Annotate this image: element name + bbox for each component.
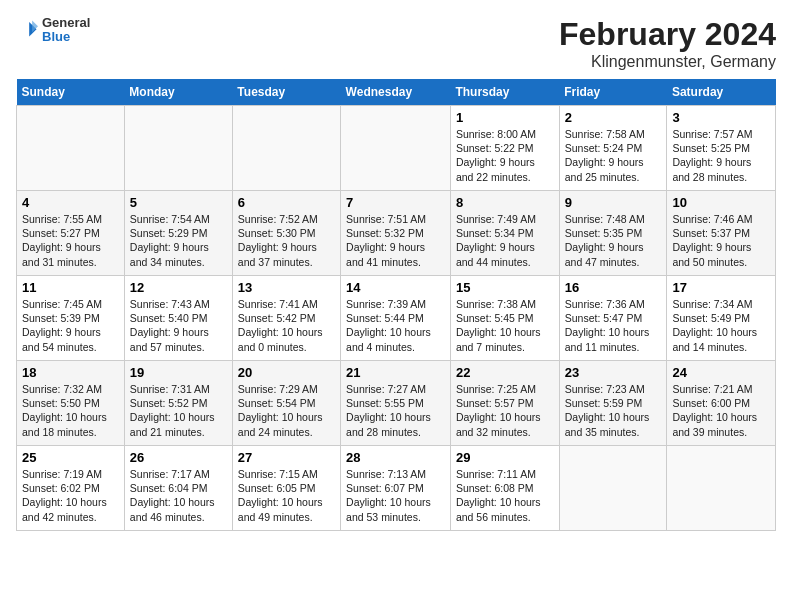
day-number: 10 bbox=[672, 195, 770, 210]
calendar-cell bbox=[124, 106, 232, 191]
day-info: Sunrise: 7:55 AM Sunset: 5:27 PM Dayligh… bbox=[22, 212, 119, 269]
day-info: Sunrise: 7:43 AM Sunset: 5:40 PM Dayligh… bbox=[130, 297, 227, 354]
day-number: 4 bbox=[22, 195, 119, 210]
calendar-cell: 14Sunrise: 7:39 AM Sunset: 5:44 PM Dayli… bbox=[341, 276, 451, 361]
day-number: 26 bbox=[130, 450, 227, 465]
calendar-cell: 15Sunrise: 7:38 AM Sunset: 5:45 PM Dayli… bbox=[450, 276, 559, 361]
calendar-cell: 11Sunrise: 7:45 AM Sunset: 5:39 PM Dayli… bbox=[17, 276, 125, 361]
day-info: Sunrise: 7:54 AM Sunset: 5:29 PM Dayligh… bbox=[130, 212, 227, 269]
calendar-cell: 23Sunrise: 7:23 AM Sunset: 5:59 PM Dayli… bbox=[559, 361, 667, 446]
day-of-week-friday: Friday bbox=[559, 79, 667, 106]
calendar-cell: 19Sunrise: 7:31 AM Sunset: 5:52 PM Dayli… bbox=[124, 361, 232, 446]
calendar-cell bbox=[559, 446, 667, 531]
day-info: Sunrise: 7:25 AM Sunset: 5:57 PM Dayligh… bbox=[456, 382, 554, 439]
day-info: Sunrise: 7:41 AM Sunset: 5:42 PM Dayligh… bbox=[238, 297, 335, 354]
day-info: Sunrise: 7:57 AM Sunset: 5:25 PM Dayligh… bbox=[672, 127, 770, 184]
calendar-cell: 18Sunrise: 7:32 AM Sunset: 5:50 PM Dayli… bbox=[17, 361, 125, 446]
day-of-week-saturday: Saturday bbox=[667, 79, 776, 106]
calendar-week-row: 11Sunrise: 7:45 AM Sunset: 5:39 PM Dayli… bbox=[17, 276, 776, 361]
day-number: 25 bbox=[22, 450, 119, 465]
calendar-cell: 4Sunrise: 7:55 AM Sunset: 5:27 PM Daylig… bbox=[17, 191, 125, 276]
day-number: 14 bbox=[346, 280, 445, 295]
day-info: Sunrise: 7:52 AM Sunset: 5:30 PM Dayligh… bbox=[238, 212, 335, 269]
day-of-week-sunday: Sunday bbox=[17, 79, 125, 106]
calendar-cell: 25Sunrise: 7:19 AM Sunset: 6:02 PM Dayli… bbox=[17, 446, 125, 531]
day-info: Sunrise: 7:49 AM Sunset: 5:34 PM Dayligh… bbox=[456, 212, 554, 269]
calendar-cell bbox=[667, 446, 776, 531]
day-info: Sunrise: 7:39 AM Sunset: 5:44 PM Dayligh… bbox=[346, 297, 445, 354]
day-number: 16 bbox=[565, 280, 662, 295]
title-block: February 2024 Klingenmunster, Germany bbox=[559, 16, 776, 71]
calendar-cell bbox=[341, 106, 451, 191]
day-info: Sunrise: 7:21 AM Sunset: 6:00 PM Dayligh… bbox=[672, 382, 770, 439]
calendar-cell: 20Sunrise: 7:29 AM Sunset: 5:54 PM Dayli… bbox=[232, 361, 340, 446]
day-info: Sunrise: 7:48 AM Sunset: 5:35 PM Dayligh… bbox=[565, 212, 662, 269]
calendar-cell: 9Sunrise: 7:48 AM Sunset: 5:35 PM Daylig… bbox=[559, 191, 667, 276]
calendar-cell: 8Sunrise: 7:49 AM Sunset: 5:34 PM Daylig… bbox=[450, 191, 559, 276]
calendar-cell: 17Sunrise: 7:34 AM Sunset: 5:49 PM Dayli… bbox=[667, 276, 776, 361]
calendar-week-row: 25Sunrise: 7:19 AM Sunset: 6:02 PM Dayli… bbox=[17, 446, 776, 531]
calendar-cell: 26Sunrise: 7:17 AM Sunset: 6:04 PM Dayli… bbox=[124, 446, 232, 531]
day-number: 11 bbox=[22, 280, 119, 295]
day-info: Sunrise: 8:00 AM Sunset: 5:22 PM Dayligh… bbox=[456, 127, 554, 184]
day-info: Sunrise: 7:15 AM Sunset: 6:05 PM Dayligh… bbox=[238, 467, 335, 524]
calendar-cell: 1Sunrise: 8:00 AM Sunset: 5:22 PM Daylig… bbox=[450, 106, 559, 191]
day-number: 21 bbox=[346, 365, 445, 380]
calendar-cell bbox=[17, 106, 125, 191]
day-info: Sunrise: 7:32 AM Sunset: 5:50 PM Dayligh… bbox=[22, 382, 119, 439]
calendar-cell bbox=[232, 106, 340, 191]
day-number: 1 bbox=[456, 110, 554, 125]
day-info: Sunrise: 7:11 AM Sunset: 6:08 PM Dayligh… bbox=[456, 467, 554, 524]
day-number: 27 bbox=[238, 450, 335, 465]
day-number: 13 bbox=[238, 280, 335, 295]
calendar-title: February 2024 bbox=[559, 16, 776, 53]
day-info: Sunrise: 7:36 AM Sunset: 5:47 PM Dayligh… bbox=[565, 297, 662, 354]
day-number: 15 bbox=[456, 280, 554, 295]
day-number: 5 bbox=[130, 195, 227, 210]
calendar-cell: 21Sunrise: 7:27 AM Sunset: 5:55 PM Dayli… bbox=[341, 361, 451, 446]
calendar-table: SundayMondayTuesdayWednesdayThursdayFrid… bbox=[16, 79, 776, 531]
calendar-week-row: 4Sunrise: 7:55 AM Sunset: 5:27 PM Daylig… bbox=[17, 191, 776, 276]
calendar-subtitle: Klingenmunster, Germany bbox=[559, 53, 776, 71]
day-number: 24 bbox=[672, 365, 770, 380]
calendar-week-row: 1Sunrise: 8:00 AM Sunset: 5:22 PM Daylig… bbox=[17, 106, 776, 191]
day-number: 7 bbox=[346, 195, 445, 210]
day-info: Sunrise: 7:58 AM Sunset: 5:24 PM Dayligh… bbox=[565, 127, 662, 184]
calendar-week-row: 18Sunrise: 7:32 AM Sunset: 5:50 PM Dayli… bbox=[17, 361, 776, 446]
calendar-cell: 6Sunrise: 7:52 AM Sunset: 5:30 PM Daylig… bbox=[232, 191, 340, 276]
day-number: 6 bbox=[238, 195, 335, 210]
day-number: 12 bbox=[130, 280, 227, 295]
calendar-header-row: SundayMondayTuesdayWednesdayThursdayFrid… bbox=[17, 79, 776, 106]
calendar-cell: 12Sunrise: 7:43 AM Sunset: 5:40 PM Dayli… bbox=[124, 276, 232, 361]
day-number: 2 bbox=[565, 110, 662, 125]
day-info: Sunrise: 7:46 AM Sunset: 5:37 PM Dayligh… bbox=[672, 212, 770, 269]
day-info: Sunrise: 7:45 AM Sunset: 5:39 PM Dayligh… bbox=[22, 297, 119, 354]
calendar-cell: 27Sunrise: 7:15 AM Sunset: 6:05 PM Dayli… bbox=[232, 446, 340, 531]
day-info: Sunrise: 7:23 AM Sunset: 5:59 PM Dayligh… bbox=[565, 382, 662, 439]
day-info: Sunrise: 7:17 AM Sunset: 6:04 PM Dayligh… bbox=[130, 467, 227, 524]
calendar-cell: 16Sunrise: 7:36 AM Sunset: 5:47 PM Dayli… bbox=[559, 276, 667, 361]
calendar-cell: 28Sunrise: 7:13 AM Sunset: 6:07 PM Dayli… bbox=[341, 446, 451, 531]
day-number: 20 bbox=[238, 365, 335, 380]
day-number: 28 bbox=[346, 450, 445, 465]
calendar-cell: 3Sunrise: 7:57 AM Sunset: 5:25 PM Daylig… bbox=[667, 106, 776, 191]
calendar-cell: 2Sunrise: 7:58 AM Sunset: 5:24 PM Daylig… bbox=[559, 106, 667, 191]
day-number: 22 bbox=[456, 365, 554, 380]
day-number: 23 bbox=[565, 365, 662, 380]
logo-text: General Blue bbox=[42, 16, 90, 45]
day-info: Sunrise: 7:51 AM Sunset: 5:32 PM Dayligh… bbox=[346, 212, 445, 269]
calendar-cell: 24Sunrise: 7:21 AM Sunset: 6:00 PM Dayli… bbox=[667, 361, 776, 446]
calendar-cell: 10Sunrise: 7:46 AM Sunset: 5:37 PM Dayli… bbox=[667, 191, 776, 276]
day-of-week-wednesday: Wednesday bbox=[341, 79, 451, 106]
day-of-week-tuesday: Tuesday bbox=[232, 79, 340, 106]
day-number: 19 bbox=[130, 365, 227, 380]
day-info: Sunrise: 7:19 AM Sunset: 6:02 PM Dayligh… bbox=[22, 467, 119, 524]
day-info: Sunrise: 7:38 AM Sunset: 5:45 PM Dayligh… bbox=[456, 297, 554, 354]
day-number: 9 bbox=[565, 195, 662, 210]
day-info: Sunrise: 7:34 AM Sunset: 5:49 PM Dayligh… bbox=[672, 297, 770, 354]
logo-icon bbox=[16, 19, 38, 41]
calendar-cell: 7Sunrise: 7:51 AM Sunset: 5:32 PM Daylig… bbox=[341, 191, 451, 276]
day-of-week-thursday: Thursday bbox=[450, 79, 559, 106]
day-number: 17 bbox=[672, 280, 770, 295]
calendar-cell: 29Sunrise: 7:11 AM Sunset: 6:08 PM Dayli… bbox=[450, 446, 559, 531]
